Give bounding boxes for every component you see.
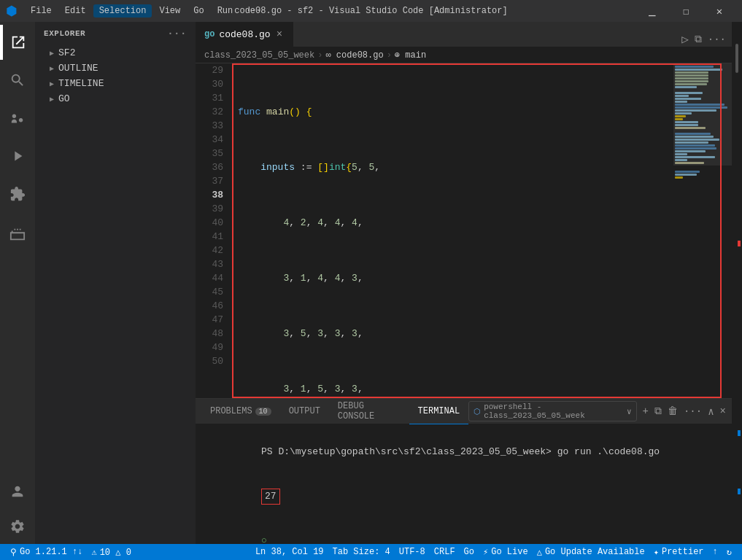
activity-explorer[interactable]: [0, 25, 35, 60]
editor-content[interactable]: 29 30 31 32 33 34 35 36 37 38 39 40 41 4…: [196, 63, 732, 398]
terminal-prompt-1: PS D:\mysetup\gopath\src\sf2\class_2023_…: [261, 446, 660, 457]
panel-tab-debug-console[interactable]: DEBUG CONSOLE: [329, 399, 409, 424]
error-icon: ⚠: [91, 547, 96, 558]
status-bar: ⚲ Go 1.21.1 ↑↓ ⚠ 10 △ 0 Ln 38, Col 19 Ta…: [0, 544, 742, 560]
outline-label: OUTLINE: [58, 63, 98, 74]
activity-extensions[interactable]: [0, 176, 35, 211]
activity-search[interactable]: [0, 63, 35, 98]
activity-source-control[interactable]: [0, 101, 35, 136]
breadcrumb-sep1: ›: [317, 50, 322, 61]
status-language[interactable]: Go: [460, 544, 479, 560]
more-actions-icon[interactable]: ···: [708, 34, 726, 45]
main-layout: EXPLORER ··· ▶ SF2 ▶ OUTLINE ▶ TIMELINE …: [0, 22, 742, 544]
tab-close-icon[interactable]: ×: [275, 28, 284, 40]
tab-code08[interactable]: go code08.go ×: [196, 22, 293, 47]
terminal-content[interactable]: PS D:\mysetup\gopath\src\sf2\class_2023_…: [196, 424, 732, 544]
terminal-command-line: PS D:\mysetup\gopath\src\sf2\class_2023_…: [204, 430, 723, 474]
panel-more-icon[interactable]: ···: [684, 405, 702, 417]
breadcrumb-symbol[interactable]: ⊕ main: [395, 50, 426, 61]
sidebar-item-sf2[interactable]: ▶ SF2: [35, 45, 196, 61]
terminal-chevron-icon: ∨: [627, 407, 632, 416]
window-title: code08.go - sf2 - Visual Studio Code [Ad…: [234, 6, 507, 16]
powershell-icon: ⬡: [474, 407, 481, 416]
timeline-chevron: ▶: [50, 79, 54, 88]
menu-bar: File Edit Selection View Go Run ···: [25, 4, 268, 18]
activity-run-debug[interactable]: [0, 139, 35, 174]
run-icon[interactable]: ▷: [681, 32, 689, 47]
sidebar-item-timeline[interactable]: ▶ TIMELINE: [35, 76, 196, 91]
status-go-live[interactable]: ⚡ Go Live: [479, 544, 533, 560]
panel-tab-terminal[interactable]: TERMINAL: [409, 399, 469, 424]
problems-label: PROBLEMS: [210, 406, 252, 416]
terminal-circle-icon: ○: [261, 535, 273, 544]
status-error-count: 10 △ 0: [100, 547, 131, 558]
go-live-label: Go Live: [491, 547, 527, 557]
status-encoding[interactable]: UTF-8: [395, 544, 430, 560]
language-label: Go: [464, 547, 474, 557]
status-tab-size[interactable]: Tab Size: 4: [328, 544, 395, 560]
status-errors[interactable]: ⚠ 10 △ 0: [87, 544, 135, 560]
status-eol[interactable]: CRLF: [430, 544, 460, 560]
panel: PROBLEMS 10 OUTPUT DEBUG CONSOLE TERMINA…: [196, 398, 732, 544]
scrollbar-thumb[interactable]: [735, 44, 738, 73]
split-terminal-icon[interactable]: ⧉: [654, 405, 662, 417]
code-line-29: func main() {: [238, 105, 673, 119]
panel-close-icon[interactable]: ×: [720, 405, 726, 417]
status-right: Ln 38, Col 19 Tab Size: 4 UTF-8 CRLF Go …: [251, 544, 736, 560]
vscode-icon: ⬢: [6, 3, 18, 19]
menu-selection[interactable]: Selection: [93, 4, 152, 18]
code-line-30: inputs := []int{5, 5,: [238, 160, 673, 174]
menu-file[interactable]: File: [25, 4, 58, 18]
code-editor[interactable]: func main() { inputs := []int{5, 5, 4, 2…: [232, 63, 673, 398]
sidebar-item-go[interactable]: ▶ GO: [35, 91, 196, 106]
add-terminal-icon[interactable]: +: [643, 405, 649, 417]
scrollbar-error-marker: [738, 241, 741, 246]
code-line-31: 4, 2, 4, 4, 4,: [238, 216, 673, 230]
status-refresh[interactable]: ↻: [722, 544, 736, 560]
activity-settings[interactable]: [0, 509, 35, 544]
prettier-label: Prettier: [662, 547, 704, 557]
split-editor-icon[interactable]: ⧉: [695, 34, 702, 45]
sidebar-item-outline[interactable]: ▶ OUTLINE: [35, 61, 196, 76]
code-line-33: 3, 5, 3, 3, 3,: [238, 327, 673, 341]
panel-tab-problems[interactable]: PROBLEMS 10: [201, 399, 280, 424]
status-prettier[interactable]: ✦ Prettier: [649, 544, 708, 560]
menu-edit[interactable]: Edit: [59, 4, 92, 18]
timeline-label: TIMELINE: [58, 78, 104, 89]
maximize-button[interactable]: ☐: [669, 0, 703, 22]
kill-terminal-icon[interactable]: 🗑: [668, 405, 678, 417]
panel-tabs: PROBLEMS 10 OUTPUT DEBUG CONSOLE TERMINA…: [196, 399, 732, 424]
panel-collapse-icon[interactable]: ∧: [708, 405, 714, 418]
breadcrumb-folder[interactable]: class_2023_05_05_week: [204, 50, 314, 61]
status-cursor[interactable]: Ln 38, Col 19: [251, 544, 328, 560]
go-live-icon: ⚡: [483, 547, 488, 558]
menu-go[interactable]: Go: [188, 4, 209, 18]
sidebar: EXPLORER ··· ▶ SF2 ▶ OUTLINE ▶ TIMELINE …: [35, 22, 196, 544]
editor-area: go code08.go × ▷ ⧉ ··· class_2023_05_05_…: [196, 22, 732, 398]
status-go-update[interactable]: △ Go Update Available: [533, 544, 649, 560]
terminal-shell-label: ⬡ powershell - class_2023_05_05_week ∨: [468, 401, 636, 421]
panel-tab-output[interactable]: OUTPUT: [280, 399, 329, 424]
close-button[interactable]: ✕: [703, 0, 736, 22]
minimap[interactable]: [673, 63, 732, 398]
activity-account[interactable]: [0, 474, 35, 509]
tab-bar: go code08.go × ▷ ⧉ ···: [196, 22, 732, 47]
scrollbar-info-marker: [738, 430, 741, 436]
go-update-icon: △: [537, 547, 542, 558]
menu-view[interactable]: View: [153, 4, 186, 18]
minimize-button[interactable]: ⎯: [635, 0, 669, 22]
scrollbar-info-marker2: [738, 489, 741, 494]
status-branch[interactable]: ⚲ Go 1.21.1 ↑↓: [6, 544, 87, 560]
encoding-label: UTF-8: [399, 547, 425, 557]
go-update-label: Go Update Available: [545, 547, 645, 557]
go-chevron: ▶: [50, 95, 54, 104]
activity-testing[interactable]: [0, 217, 35, 252]
explorer-actions[interactable]: ···: [167, 28, 187, 39]
breadcrumb-file[interactable]: ∞ code08.go: [325, 50, 383, 61]
status-upload[interactable]: ↑: [708, 544, 722, 560]
refresh-icon: ↻: [727, 547, 732, 558]
titlebar-left: ⬢ File Edit Selection View Go Run ···: [6, 3, 268, 19]
explorer-header: EXPLORER ···: [35, 22, 196, 45]
breadcrumb-sep2: ›: [387, 50, 392, 61]
terminal-output-27: 27: [261, 489, 280, 505]
